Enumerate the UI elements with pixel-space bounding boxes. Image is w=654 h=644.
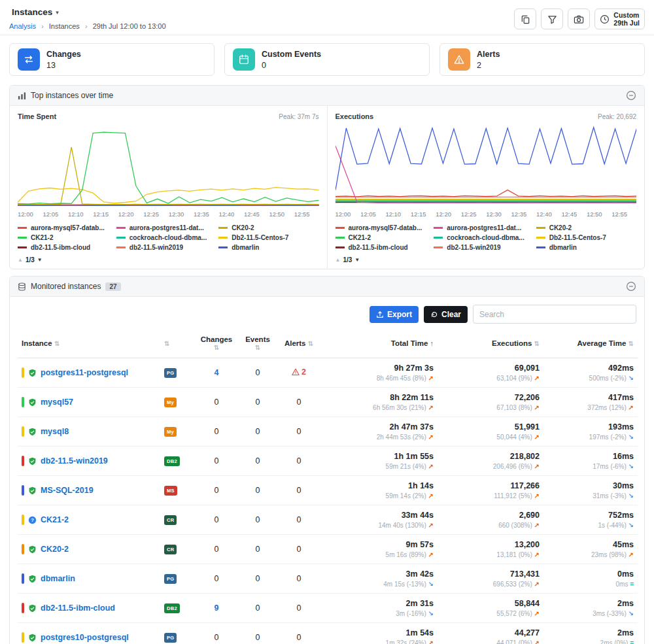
legend-swatch bbox=[18, 227, 27, 229]
metric-value: 117,266 bbox=[441, 481, 540, 490]
metric-previous: 44,071 (0%) ↗ bbox=[441, 639, 540, 644]
changes-card[interactable]: Changes 13 bbox=[9, 43, 215, 76]
breadcrumb-instances[interactable]: Instances bbox=[49, 22, 80, 30]
legend-swatch bbox=[336, 246, 345, 248]
instances-head-row: Instance ⇅⇅Changes ⇅Events ⇅Alerts ⇅Tota… bbox=[18, 330, 638, 358]
legend-item[interactable]: Db2-11.5-Centos-7 bbox=[218, 234, 288, 241]
legend-item[interactable]: CK21-2 bbox=[18, 234, 105, 241]
trend-up-icon: ↗ bbox=[428, 551, 434, 558]
topbar-left: Instances ▾ Analysis › Instances › 29th … bbox=[9, 6, 166, 30]
table-row[interactable]: ?CK21-2CR00033m 44s14m 40s (130%) ↗2,690… bbox=[18, 505, 638, 535]
custom-events-card[interactable]: Custom Events 0 bbox=[224, 43, 430, 76]
legend-swatch bbox=[536, 237, 545, 239]
table-row[interactable]: db2-11.5-win2019DB20001h 1m 55s59m 21s (… bbox=[18, 447, 638, 476]
legend-item[interactable]: Db2-11.5-Centos-7 bbox=[536, 234, 606, 241]
instance-count-badge: 27 bbox=[105, 282, 120, 291]
charts-container: Time Spent Peak: 37m 7s 12:0012:0512:101… bbox=[10, 106, 644, 269]
column-header-executions[interactable]: Executions ⇅ bbox=[438, 330, 543, 358]
legend-page-up-icon[interactable]: ▲ bbox=[336, 257, 341, 263]
legend-item[interactable]: aurora-mysql57-datab... bbox=[18, 224, 105, 231]
legend-item[interactable]: CK20-2 bbox=[218, 224, 288, 231]
screenshot-button[interactable] bbox=[568, 8, 590, 29]
metric-previous: 59m 14s (2%) ↗ bbox=[325, 492, 434, 500]
metric-previous: 2h 44m 53s (2%) ↗ bbox=[325, 433, 434, 441]
legend-swatch bbox=[336, 237, 345, 239]
legend-page-down-icon[interactable]: ▼ bbox=[354, 257, 360, 263]
card-label: Alerts bbox=[477, 50, 500, 59]
metric-value: 3m 42s bbox=[325, 569, 434, 579]
instance-link[interactable]: dbmarlin bbox=[41, 574, 75, 583]
export-button[interactable]: Export bbox=[370, 306, 419, 323]
legend-label: dbmarlin bbox=[232, 244, 259, 251]
instance-link[interactable]: MS-SQL-2019 bbox=[41, 486, 94, 495]
legend-item[interactable]: db2-11.5-win2019 bbox=[434, 244, 524, 251]
trend-flat-icon: = bbox=[630, 639, 634, 644]
legend-page-down-icon[interactable]: ▼ bbox=[37, 257, 43, 263]
metric-previous: 6h 56m 30s (21%) ↗ bbox=[325, 404, 434, 411]
instance-link[interactable]: CK21-2 bbox=[41, 515, 69, 524]
instance-link[interactable]: CK20-2 bbox=[41, 545, 69, 554]
legend-item[interactable]: db2-11.5-win2019 bbox=[116, 244, 207, 251]
trend-up-icon: ↗ bbox=[534, 581, 540, 588]
clear-button[interactable]: Clear bbox=[424, 306, 468, 323]
copy-button[interactable] bbox=[514, 8, 536, 29]
collapse-icon[interactable] bbox=[626, 90, 636, 101]
changes-count: 0 bbox=[215, 545, 219, 554]
instance-link[interactable]: db2-11.5-ibm-cloud bbox=[41, 603, 115, 613]
instance-link[interactable]: postgres10-postgresql bbox=[41, 633, 129, 642]
alerts-count: 0 bbox=[297, 545, 301, 554]
events-count: 0 bbox=[256, 456, 260, 466]
events-count: 0 bbox=[256, 427, 260, 436]
column-header-icon[interactable]: ⇅ bbox=[160, 330, 194, 358]
table-row[interactable]: postgres11-postgresqlPG4029h 27m 3s8h 46… bbox=[18, 358, 638, 388]
breadcrumb-analysis[interactable]: Analysis bbox=[9, 22, 36, 30]
postgresql-icon: PG bbox=[164, 574, 177, 584]
changes-count[interactable]: 4 bbox=[215, 368, 219, 377]
changes-count[interactable]: 9 bbox=[215, 603, 219, 613]
alerts-badge[interactable]: 2 bbox=[292, 367, 306, 377]
table-row[interactable]: MS-SQL-2019MS0001h 14s59m 14s (2%) ↗117,… bbox=[18, 476, 638, 505]
legend-item[interactable]: db2-11.5-ibm-cloud bbox=[336, 244, 422, 251]
instances-dropdown[interactable]: Instances ▾ bbox=[9, 6, 61, 18]
legend-item[interactable]: CK21-2 bbox=[336, 234, 422, 241]
legend-item[interactable]: aurora-postgres11-dat... bbox=[434, 224, 524, 231]
table-row[interactable]: CK20-2CR0009m 57s5m 16s (89%) ↗13,20013,… bbox=[18, 535, 638, 564]
legend-item[interactable]: dbmarlin bbox=[218, 244, 288, 251]
column-header-instance[interactable]: Instance ⇅ bbox=[18, 330, 160, 358]
trend-up-icon: ↗ bbox=[628, 551, 634, 558]
legend-item[interactable]: aurora-mysql57-datab... bbox=[336, 224, 422, 231]
collapse-icon[interactable] bbox=[626, 281, 636, 292]
table-row[interactable]: mysql57My0008h 22m 11s6h 56m 30s (21%) ↗… bbox=[18, 388, 638, 417]
legend-item[interactable]: cockroach-cloud-dbma... bbox=[434, 234, 524, 241]
column-label: Changes bbox=[201, 335, 233, 343]
trend-up-icon: ↗ bbox=[534, 404, 540, 411]
alerts-count: 0 bbox=[297, 486, 301, 495]
legend-item[interactable]: CK20-2 bbox=[536, 224, 606, 231]
mssql-icon: MS bbox=[164, 486, 177, 496]
table-row[interactable]: mysql8My0002h 47m 37s2h 44m 53s (2%) ↗51… bbox=[18, 417, 638, 447]
column-header-alerts[interactable]: Alerts ⇅ bbox=[277, 330, 321, 358]
legend-item[interactable]: aurora-postgres11-dat... bbox=[116, 224, 207, 231]
table-row[interactable]: postgres10-postgresqlPG0001m 54s1m 32s (… bbox=[18, 623, 638, 644]
table-row[interactable]: dbmarlinPG0003m 42s4m 15s (-13%) ↘713,43… bbox=[18, 564, 638, 594]
column-header-changes[interactable]: Changes ⇅ bbox=[194, 330, 239, 358]
filter-button[interactable] bbox=[541, 8, 563, 29]
x-axis: 12:0012:0512:1012:1512:2012:2512:3012:35… bbox=[336, 211, 628, 218]
legend-page-up-icon[interactable]: ▲ bbox=[18, 257, 23, 263]
instance-link[interactable]: db2-11.5-win2019 bbox=[41, 456, 108, 466]
search-input[interactable] bbox=[473, 305, 636, 324]
legend-item[interactable]: db2-11.5-ibm-cloud bbox=[18, 244, 105, 251]
metric-previous: 3ms (-33%) ↘ bbox=[547, 610, 634, 617]
column-header-events[interactable]: Events ⇅ bbox=[239, 330, 277, 358]
instance-link[interactable]: postgres11-postgresql bbox=[41, 368, 128, 377]
instance-link[interactable]: mysql57 bbox=[41, 398, 73, 407]
table-row[interactable]: db2-11.5-ibm-cloudDB29002m 31s3m (-16%) … bbox=[18, 594, 638, 623]
column-header-average-time[interactable]: Average Time ⇅ bbox=[543, 330, 638, 358]
instance-link[interactable]: mysql8 bbox=[41, 427, 69, 436]
legend-item[interactable]: dbmarlin bbox=[536, 244, 606, 251]
time-range-button[interactable]: Custom 29th Jul bbox=[594, 8, 645, 29]
events-count: 0 bbox=[256, 515, 260, 524]
alerts-card[interactable]: Alerts 2 bbox=[439, 43, 645, 76]
legend-item[interactable]: cockroach-cloud-dbma... bbox=[116, 234, 207, 241]
column-header-total-time[interactable]: Total Time ↑ bbox=[321, 330, 438, 358]
